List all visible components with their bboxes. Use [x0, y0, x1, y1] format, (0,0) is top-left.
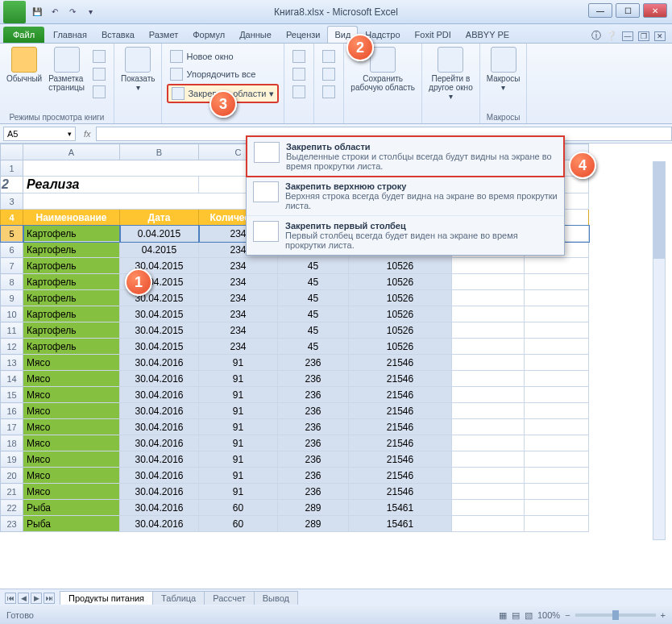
sheet-nav-prev[interactable]: ◀ [18, 593, 29, 604]
sync-scroll-button[interactable] [319, 48, 338, 64]
row-header[interactable]: 7 [1, 258, 23, 274]
unhide-button[interactable] [289, 84, 309, 100]
cell[interactable]: 234 [199, 290, 278, 306]
cell[interactable]: 10526 [349, 306, 452, 322]
zoom-in-button[interactable]: + [661, 610, 666, 620]
row-header[interactable]: 6 [1, 242, 23, 258]
doc-restore-button[interactable]: ❐ [638, 31, 649, 41]
cell[interactable]: 91 [199, 484, 278, 500]
cell[interactable] [452, 258, 525, 274]
row-header[interactable]: 10 [1, 306, 23, 322]
cell[interactable]: 236 [278, 484, 349, 500]
cell[interactable] [452, 290, 525, 306]
pagebreak-preview-button[interactable] [89, 48, 109, 64]
cell[interactable] [452, 306, 525, 322]
cell[interactable] [525, 355, 589, 371]
cell[interactable]: Картофель [23, 258, 120, 274]
cell[interactable]: 234 [199, 322, 278, 339]
cell[interactable]: 234 [199, 258, 278, 274]
cell[interactable] [452, 322, 525, 339]
cell[interactable]: 236 [278, 387, 349, 403]
view-normal-icon[interactable]: ▦ [499, 610, 507, 621]
row-header[interactable]: 8 [1, 274, 23, 290]
cell[interactable]: 15461 [349, 500, 452, 516]
help-icon[interactable]: ❔ [606, 31, 617, 41]
cell[interactable]: 30.04.2016 [120, 355, 199, 371]
row-header[interactable]: 16 [1, 403, 23, 419]
cell[interactable]: Мясо [23, 371, 120, 387]
cell[interactable] [525, 258, 589, 274]
row-header[interactable]: 1 [1, 160, 23, 177]
cell[interactable]: Картофель [23, 274, 120, 290]
zoom-level[interactable]: 100% [537, 610, 560, 620]
cell[interactable]: 45 [278, 290, 349, 306]
row-header[interactable]: 17 [1, 419, 23, 435]
cell[interactable]: 21546 [349, 468, 452, 484]
zoom-slider[interactable] [575, 614, 656, 617]
cell[interactable]: 236 [278, 355, 349, 371]
name-box[interactable]: A5▾ [3, 127, 76, 141]
cell[interactable]: 30.04.2016 [120, 371, 199, 387]
sheet-tab[interactable]: Таблица [152, 591, 205, 605]
sheet-tab[interactable]: Рассчет [204, 591, 255, 605]
select-all-corner[interactable] [1, 144, 23, 160]
cell[interactable] [525, 484, 589, 500]
cell[interactable]: Мясо [23, 435, 120, 451]
cell[interactable]: 236 [278, 435, 349, 451]
show-button[interactable]: Показать▾ [119, 45, 157, 94]
doc-minimize-button[interactable]: — [622, 31, 633, 41]
cell[interactable]: 236 [278, 468, 349, 484]
cell[interactable]: Мясо [23, 387, 120, 403]
title-cell[interactable]: Реализа [23, 177, 199, 193]
cell[interactable]: 21546 [349, 435, 452, 451]
cell[interactable]: 30.04.2016 [120, 403, 199, 419]
cell[interactable]: Мясо [23, 355, 120, 371]
new-window-button[interactable]: Новое окно [167, 48, 279, 64]
cell[interactable]: 91 [199, 371, 278, 387]
cell[interactable]: 21546 [349, 484, 452, 500]
cell[interactable]: Мясо [23, 451, 120, 468]
sheet-nav-last[interactable]: ⏭ [44, 593, 55, 604]
view-pagelayout-icon[interactable]: ▤ [512, 610, 520, 621]
fullscreen-button[interactable] [89, 84, 109, 100]
cell[interactable]: 30.04.2016 [120, 516, 199, 532]
row-header[interactable]: 23 [1, 516, 23, 532]
view-pagelayout-button[interactable]: Разметка страницы [47, 45, 86, 100]
cell[interactable]: 234 [199, 339, 278, 355]
cell[interactable] [525, 468, 589, 484]
cell[interactable]: 91 [199, 435, 278, 451]
cell[interactable]: 91 [199, 403, 278, 419]
cell[interactable]: 45 [278, 258, 349, 274]
row-header[interactable]: 4 [1, 210, 23, 226]
cell[interactable]: 234 [199, 306, 278, 322]
cell[interactable]: 21546 [349, 403, 452, 419]
tab-insert[interactable]: Вставка [94, 26, 142, 43]
sheet-tab[interactable]: Вывод [254, 591, 298, 605]
freeze-first-col-option[interactable]: Закрепить первый столбецПервый столбец в… [247, 216, 564, 255]
cell[interactable]: 60 [199, 500, 278, 516]
cell[interactable] [452, 339, 525, 355]
cell[interactable]: Картофель [23, 306, 120, 322]
row-header[interactable]: 22 [1, 500, 23, 516]
tab-review[interactable]: Рецензи [279, 26, 328, 43]
cell[interactable]: Рыба [23, 516, 120, 532]
qat-more-icon[interactable]: ▾ [82, 4, 98, 20]
cell[interactable]: 236 [278, 403, 349, 419]
tab-addin3[interactable]: ABBYY PE [458, 26, 516, 43]
cell[interactable] [525, 274, 589, 290]
cell[interactable]: Мясо [23, 468, 120, 484]
cell[interactable]: 91 [199, 419, 278, 435]
qat-undo-icon[interactable]: ↶ [47, 4, 63, 20]
cell[interactable]: 45 [278, 306, 349, 322]
cell[interactable] [452, 451, 525, 468]
cell[interactable]: Картофель [23, 242, 120, 258]
cell[interactable] [452, 435, 525, 451]
doc-close-button[interactable]: ✕ [654, 31, 666, 41]
cell[interactable]: 45 [278, 322, 349, 339]
compare-button[interactable] [319, 84, 338, 100]
cell[interactable]: Картофель [23, 290, 120, 306]
cell[interactable]: 30.04.2016 [120, 484, 199, 500]
cell[interactable]: 91 [199, 355, 278, 371]
cell[interactable]: 236 [278, 451, 349, 468]
view-pagebreak-icon[interactable]: ▧ [525, 610, 533, 621]
